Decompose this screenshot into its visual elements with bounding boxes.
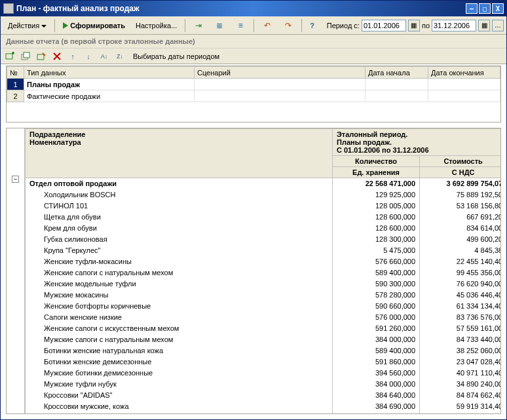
form-button[interactable]: Сформировать xyxy=(58,20,130,31)
report-total-row[interactable]: Отдел оптовой продажи22 568 471,0003 692… xyxy=(26,178,501,189)
sort-desc-button[interactable]: Z↓ xyxy=(113,50,126,63)
report-row[interactable]: Сапоги женские высокие580 140,00090 362 … xyxy=(26,412,501,414)
window-title: План - фактный анализ продаж xyxy=(16,4,140,13)
copy-row-button[interactable] xyxy=(19,50,32,63)
col-start[interactable]: Дата начала xyxy=(366,67,428,79)
data-type-row[interactable]: 2Фактические продажи xyxy=(7,90,500,102)
report-row[interactable]: СТИНОЛ 101128 005,00053 168 156,80 xyxy=(26,200,501,212)
tool-icon-4[interactable]: ↶ xyxy=(257,18,277,33)
report-row[interactable]: Женские сапоги с искусственным мехом591 … xyxy=(26,323,501,334)
hdr-unit: Ед. хранения xyxy=(333,167,420,178)
tree-gutter: − xyxy=(7,128,25,413)
tool-icon-1[interactable]: ⇥ xyxy=(189,18,208,33)
close-button[interactable]: X xyxy=(492,3,504,14)
actions-menu[interactable]: Действия xyxy=(3,20,51,31)
select-dates-label[interactable]: Выбирать даты периодом xyxy=(133,52,219,60)
hdr-cost: Стоимость xyxy=(420,156,500,167)
svg-rect-5 xyxy=(37,54,44,60)
collapse-button[interactable]: − xyxy=(12,176,19,183)
play-icon xyxy=(63,22,68,29)
move-down-button[interactable]: ↓ xyxy=(82,50,95,63)
tool-icon-5[interactable]: ↷ xyxy=(278,18,298,33)
report-row[interactable]: Ботинки женские демисезонные591 860,0002… xyxy=(26,356,501,368)
svg-line-6 xyxy=(43,53,45,56)
report-scroll[interactable]: Подразделение Номенклатура Эталонный пер… xyxy=(25,128,500,413)
titlebar: План - фактный анализ продаж — □ X xyxy=(1,1,506,16)
col-scenario[interactable]: Сценарий xyxy=(195,67,366,79)
report-row[interactable]: Щетка для обуви128 600,000667 691,2020,0… xyxy=(26,212,501,223)
report-row[interactable]: Женские туфли-мокасины576 660,00022 455 … xyxy=(26,256,501,267)
settings-button[interactable]: Настройка... xyxy=(131,20,181,31)
report-row[interactable]: Крупа "Геркулес"5 475,0004 845,38 xyxy=(26,245,501,256)
app-icon xyxy=(3,3,14,14)
report-row[interactable]: Крем для обуви128 600,000834 614,0020,00… xyxy=(26,223,501,234)
report-row[interactable]: Женские ботфорты коричневые590 660,00061… xyxy=(26,301,501,312)
chevron-down-icon xyxy=(41,25,47,28)
period-label: Период с: xyxy=(327,22,360,29)
section-header: Данные отчета (в первой строке эталонные… xyxy=(1,35,506,48)
svg-rect-4 xyxy=(24,52,29,58)
period-to-label: по xyxy=(422,22,430,29)
report-row[interactable]: Мужские мокасины578 280,00045 036 446,40… xyxy=(26,290,501,301)
period-from-input[interactable] xyxy=(362,20,406,31)
calendar-to-button[interactable]: ▦ xyxy=(478,20,490,31)
minimize-button[interactable]: — xyxy=(466,3,478,14)
period-to-input[interactable] xyxy=(432,20,476,31)
calendar-from-button[interactable]: ▦ xyxy=(408,20,420,31)
report-row[interactable]: Женские сапоги с натуральным мехом589 40… xyxy=(26,267,501,278)
move-up-button[interactable]: ↑ xyxy=(66,50,79,63)
main-toolbar: Действия Сформировать Настройка... ⇥ ≣ ≡… xyxy=(1,16,506,35)
report-table: Подразделение Номенклатура Эталонный пер… xyxy=(25,128,500,413)
report-area: − Подразделение Номенклатура Эталонный п… xyxy=(6,128,501,414)
report-row[interactable]: Мужские ботинки демисезонные394 560,0004… xyxy=(26,368,501,379)
data-types-grid[interactable]: № Тип данных Сценарий Дата начала Дата о… xyxy=(6,66,501,123)
tool-icon-3[interactable]: ≡ xyxy=(231,18,250,33)
report-row[interactable]: Мужские сапоги с натуральным мехом384 00… xyxy=(26,334,501,345)
data-type-row[interactable]: 1Планы продаж xyxy=(7,79,500,90)
hdr-nomenclature: Подразделение Номенклатура xyxy=(26,129,333,178)
report-row[interactable]: Сапоги женские низкие576 000,00083 736 5… xyxy=(26,312,501,323)
col-num[interactable]: № xyxy=(7,67,24,79)
add-row-button[interactable] xyxy=(3,50,16,63)
hdr-qty: Количество xyxy=(333,156,420,167)
col-end[interactable]: Дата окончания xyxy=(428,67,500,79)
edit-row-button[interactable] xyxy=(35,50,48,63)
report-row[interactable]: Кроссовки "ADIDAS"384 640,00084 874 662,… xyxy=(26,390,501,401)
hdr-vat: С НДС xyxy=(420,167,500,178)
report-row[interactable]: Женские модельные туфли590 300,00076 620… xyxy=(26,278,501,290)
report-row[interactable]: Ботинки женские натуральная кожа589 400,… xyxy=(26,345,501,356)
col-type[interactable]: Тип данных xyxy=(24,67,195,79)
report-row[interactable]: Холодильник BOSCH129 925,00075 889 192,5… xyxy=(26,189,501,200)
secondary-toolbar: ↑ ↓ A↓ Z↓ Выбирать даты периодом xyxy=(1,48,506,64)
period-ellipsis-button[interactable]: … xyxy=(492,20,504,31)
svg-rect-0 xyxy=(6,54,12,59)
tool-icon-2[interactable]: ≣ xyxy=(210,18,229,33)
help-button[interactable]: ? xyxy=(305,20,319,31)
hdr-reference: Эталонный период. Планы продаж. С 01.01.… xyxy=(333,129,501,156)
delete-row-button[interactable] xyxy=(50,50,64,63)
report-row[interactable]: Губка силиконовая128 300,000499 600,2010… xyxy=(26,234,501,245)
sort-asc-button[interactable]: A↓ xyxy=(98,50,111,63)
report-row[interactable]: Мужские туфли нубук384 000,00034 890 240… xyxy=(26,379,501,390)
report-row[interactable]: Кроссовки мужские, кожа384 690,00059 919… xyxy=(26,401,501,412)
maximize-button[interactable]: □ xyxy=(479,3,491,14)
